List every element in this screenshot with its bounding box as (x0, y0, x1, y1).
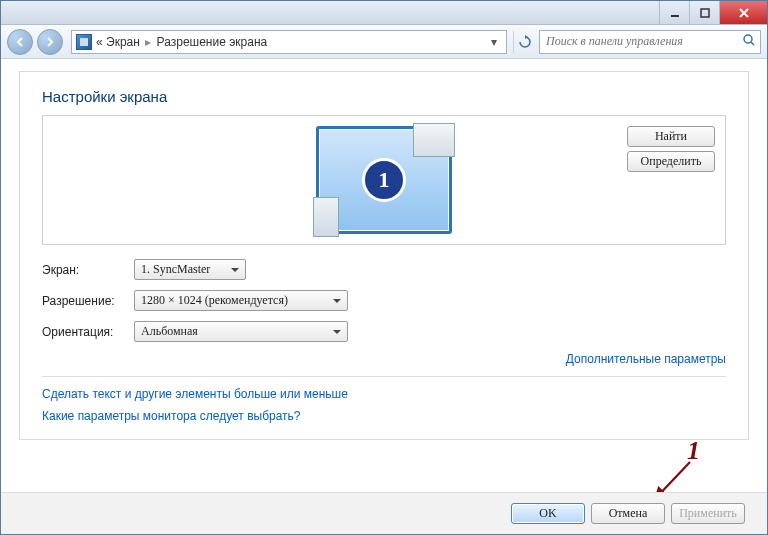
resolution-label: Разрешение: (42, 294, 134, 308)
search-box[interactable] (539, 30, 761, 54)
cancel-button[interactable]: Отмена (591, 503, 665, 524)
screen-label: Экран: (42, 263, 134, 277)
orientation-select[interactable]: Альбомная (134, 321, 348, 342)
monitor-number-badge: 1 (362, 158, 406, 202)
ok-button[interactable]: OK (511, 503, 585, 524)
svg-line-3 (751, 42, 754, 45)
orientation-label: Ориентация: (42, 325, 134, 339)
search-input[interactable] (546, 34, 738, 49)
resolution-select[interactable]: 1280 × 1024 (рекомендуется) (134, 290, 348, 311)
settings-panel: Настройки экрана 1 Найти Определить Экра… (19, 71, 749, 440)
dialog-footer: OK Отмена Применить (1, 492, 767, 534)
forward-button[interactable] (37, 29, 63, 55)
monitor-thumbnail[interactable]: 1 (316, 126, 452, 234)
divider (42, 376, 726, 377)
control-panel-icon (76, 34, 92, 50)
refresh-button[interactable] (513, 31, 535, 53)
content-area: SYSADMIN.RU Настройки экрана 1 Найти Опр… (1, 59, 767, 492)
apply-button[interactable]: Применить (671, 503, 745, 524)
breadcrumb[interactable]: « Экран ▸ Разрешение экрана (96, 35, 482, 49)
page-title: Настройки экрана (42, 88, 726, 105)
find-button[interactable]: Найти (627, 126, 715, 147)
svg-rect-0 (671, 15, 679, 17)
close-button[interactable] (719, 1, 767, 24)
address-bar[interactable]: « Экран ▸ Разрешение экрана ▾ (71, 30, 507, 54)
navbar: « Экран ▸ Разрешение экрана ▾ (1, 25, 767, 59)
window-thumb-icon (313, 197, 339, 237)
identify-button[interactable]: Определить (627, 151, 715, 172)
advanced-settings-link[interactable]: Дополнительные параметры (566, 352, 726, 366)
back-button[interactable] (7, 29, 33, 55)
search-icon (742, 33, 756, 50)
window-thumb-icon (413, 123, 455, 157)
svg-rect-1 (701, 9, 709, 17)
svg-point-2 (744, 35, 752, 43)
minimize-button[interactable] (659, 1, 689, 24)
window: « Экран ▸ Разрешение экрана ▾ SYSADMIN.R… (0, 0, 768, 535)
annotation-arrow: 1 (640, 458, 700, 492)
maximize-button[interactable] (689, 1, 719, 24)
address-dropdown-icon[interactable]: ▾ (486, 35, 502, 49)
titlebar (1, 1, 767, 25)
text-size-link[interactable]: Сделать текст и другие элементы больше и… (42, 387, 726, 401)
display-preview: 1 Найти Определить (42, 115, 726, 245)
screen-select[interactable]: 1. SyncMaster (134, 259, 246, 280)
which-monitor-link[interactable]: Какие параметры монитора следует выбрать… (42, 409, 726, 423)
